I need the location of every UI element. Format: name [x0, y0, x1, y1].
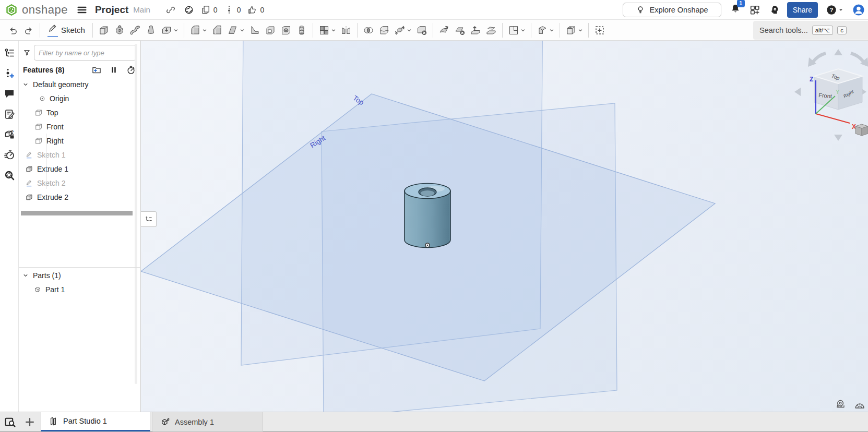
feature-right-plane[interactable]: Right: [19, 134, 140, 148]
rotate-ccw-arrow[interactable]: [813, 53, 826, 62]
rotate-left-arrow[interactable]: [794, 88, 801, 96]
plane-dropdown-icon[interactable]: [519, 27, 527, 34]
modify-fillet-button[interactable]: [438, 24, 450, 37]
delete-face-button[interactable]: [454, 24, 466, 37]
revolve-button[interactable]: [113, 24, 126, 37]
onshape-logo-icon[interactable]: [5, 4, 18, 16]
search-settings-icon[interactable]: [3, 169, 16, 182]
copies-counter[interactable]: 0: [200, 5, 218, 15]
measure-icon[interactable]: [835, 399, 847, 410]
chevron-down-icon[interactable]: [22, 81, 29, 88]
feature-top-plane[interactable]: Top: [19, 105, 140, 119]
draft-button[interactable]: [227, 24, 239, 37]
parts-header-row[interactable]: Parts (1): [19, 268, 141, 282]
user-avatar[interactable]: [852, 4, 865, 16]
feature-default-geometry[interactable]: Default geometry: [19, 77, 140, 91]
explore-onshape-button[interactable]: Explore Onshape: [623, 3, 721, 17]
rotate-up-arrow[interactable]: [834, 49, 842, 55]
share-link-icon[interactable]: [165, 5, 176, 15]
learning-center-icon[interactable]: [768, 4, 780, 16]
rib-button[interactable]: [248, 24, 261, 37]
versions-history-icon[interactable]: [3, 67, 16, 80]
composite-part-button[interactable]: [565, 24, 577, 37]
boolean-button[interactable]: [362, 24, 375, 37]
suspend-regeneration-icon[interactable]: [109, 65, 118, 75]
extrude-button[interactable]: [98, 24, 110, 37]
custom-feature-button[interactable]: [593, 24, 606, 37]
feature-sketch-1[interactable]: Sketch 1: [19, 148, 140, 162]
standard-content-icon[interactable]: ?: [3, 128, 16, 141]
split-button[interactable]: [378, 24, 390, 37]
thread-button[interactable]: [295, 24, 308, 37]
feature-list-panel-icon[interactable]: [3, 47, 16, 59]
hole-button[interactable]: [280, 24, 292, 37]
rollback-bar[interactable]: [21, 211, 133, 215]
feature-front-plane[interactable]: Front: [19, 119, 140, 134]
notes-icon[interactable]: [3, 108, 16, 121]
delete-part-button[interactable]: [415, 24, 428, 37]
loft-button[interactable]: [145, 24, 157, 37]
main-menu-icon[interactable]: [76, 4, 88, 16]
plane-button[interactable]: [507, 24, 520, 37]
share-button[interactable]: Share: [787, 2, 818, 18]
help-caret-icon[interactable]: [837, 6, 845, 14]
feature-list-flyout-button[interactable]: [141, 211, 157, 227]
public-globe-icon[interactable]: [184, 5, 194, 15]
thicken-dropdown-icon[interactable]: [172, 27, 180, 34]
sketch-button[interactable]: Sketch: [43, 22, 89, 38]
search-tools-input[interactable]: Search tools... alt/⌥ c: [753, 21, 868, 40]
tab-assembly-1[interactable]: Assembly 1: [152, 412, 263, 431]
feature-origin[interactable]: Origin: [19, 91, 140, 105]
replace-face-button[interactable]: [485, 24, 497, 37]
draft-dropdown-icon[interactable]: [239, 27, 246, 34]
toolbar-separator: [357, 23, 358, 38]
shell-button[interactable]: [264, 24, 277, 37]
feature-extrude-2[interactable]: Extrude 2: [19, 190, 140, 204]
move-face-button[interactable]: [469, 24, 482, 37]
curve-button[interactable]: [536, 24, 549, 37]
pattern-dropdown-icon[interactable]: [330, 27, 337, 34]
linear-pattern-button[interactable]: [318, 24, 330, 37]
panel-scrollbar[interactable]: [135, 44, 137, 384]
versions-counter[interactable]: 0: [224, 5, 241, 15]
tab-part-studio-1[interactable]: Part Studio 1: [41, 412, 150, 431]
new-folder-icon[interactable]: [91, 65, 102, 75]
rotate-down-arrow[interactable]: [834, 135, 842, 141]
performance-icon[interactable]: [3, 149, 16, 161]
onshape-wordmark[interactable]: onshape: [22, 3, 68, 17]
chevron-down-icon[interactable]: [22, 272, 29, 279]
comments-icon[interactable]: [3, 88, 16, 100]
document-title[interactable]: Project: [95, 4, 128, 16]
transform-button[interactable]: [394, 24, 406, 37]
rotate-cw-arrow[interactable]: [851, 53, 863, 62]
composite-dropdown-icon[interactable]: [577, 27, 584, 34]
transform-dropdown-icon[interactable]: [406, 27, 413, 34]
add-tab-button[interactable]: [24, 416, 35, 428]
manage-tabs-icon[interactable]: [4, 416, 17, 429]
feature-sketch-2[interactable]: Sketch 2: [19, 176, 140, 190]
app-store-icon[interactable]: [749, 4, 760, 16]
chamfer-button[interactable]: [211, 24, 223, 37]
help-icon[interactable]: ?: [826, 4, 837, 16]
workspace-label[interactable]: Main: [133, 5, 150, 14]
svg-text:?: ?: [830, 6, 834, 13]
likes-counter[interactable]: 0: [247, 5, 264, 15]
fillet-button[interactable]: [189, 24, 201, 37]
thicken-button[interactable]: [160, 24, 173, 37]
graphics-viewport[interactable]: Top Right: [141, 41, 868, 412]
feature-extrude-1[interactable]: Extrude 1: [19, 162, 140, 176]
isometric-view-cube-icon[interactable]: [855, 124, 868, 136]
mirror-button[interactable]: [340, 24, 352, 37]
filter-input[interactable]: [34, 45, 136, 61]
redo-button[interactable]: [23, 25, 34, 36]
undo-button[interactable]: [7, 25, 19, 36]
mass-properties-icon[interactable]: [854, 400, 865, 411]
part-1-row[interactable]: Part 1: [19, 282, 141, 296]
filter-icon[interactable]: [23, 47, 31, 58]
curve-dropdown-icon[interactable]: [548, 27, 555, 34]
fillet-dropdown-icon[interactable]: [201, 27, 208, 34]
sweep-button[interactable]: [129, 24, 141, 37]
notifications-button[interactable]: 1: [730, 3, 741, 17]
part-1-solid[interactable]: [405, 184, 450, 248]
toolbar-separator: [588, 23, 589, 38]
